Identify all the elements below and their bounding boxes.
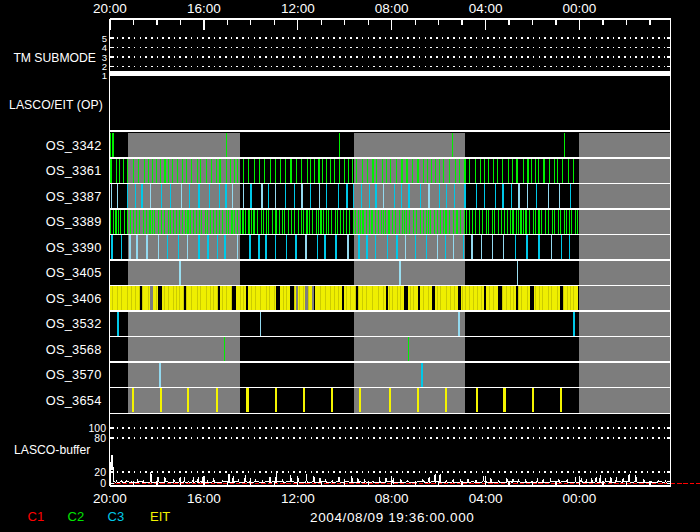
svg-text:04:00: 04:00 (469, 491, 503, 506)
svg-text:OS_3390: OS_3390 (46, 240, 102, 255)
svg-text:OS_3342: OS_3342 (46, 138, 102, 153)
svg-text:00:00: 00:00 (563, 491, 597, 506)
svg-text:04:00: 04:00 (469, 1, 503, 16)
svg-text:C3: C3 (108, 509, 125, 524)
svg-text:08:00: 08:00 (375, 1, 409, 16)
svg-text:OS_3405: OS_3405 (46, 265, 102, 280)
svg-text:OS_3387: OS_3387 (46, 189, 102, 204)
svg-text:LASCO/EIT (OP): LASCO/EIT (OP) (9, 98, 103, 112)
svg-text:20:00: 20:00 (93, 1, 127, 16)
svg-text:00:00: 00:00 (563, 1, 597, 16)
svg-text:C2: C2 (68, 509, 85, 524)
svg-text:OS_3654: OS_3654 (46, 393, 102, 408)
svg-text:OS_3389: OS_3389 (46, 214, 102, 229)
svg-text:OS_3361: OS_3361 (46, 163, 102, 178)
svg-text:16:00: 16:00 (187, 491, 221, 506)
svg-text:LASCO-buffer: LASCO-buffer (14, 443, 90, 457)
svg-text:TM SUBMODE: TM SUBMODE (13, 51, 96, 65)
svg-text:12:00: 12:00 (281, 1, 315, 16)
svg-text:OS_3570: OS_3570 (46, 367, 102, 382)
svg-text:C1: C1 (28, 509, 45, 524)
svg-text:EIT: EIT (150, 509, 170, 524)
svg-text:16:00: 16:00 (187, 1, 221, 16)
svg-text:80: 80 (94, 432, 106, 444)
svg-text:12:00: 12:00 (281, 491, 315, 506)
svg-text:OS_3406: OS_3406 (46, 291, 102, 306)
svg-text:OS_3568: OS_3568 (46, 342, 102, 357)
svg-text:20:00: 20:00 (93, 491, 127, 506)
svg-text:OS_3532: OS_3532 (46, 316, 102, 331)
svg-text:0: 0 (100, 477, 106, 489)
svg-text:2004/08/09 19:36:00.000: 2004/08/09 19:36:00.000 (310, 510, 474, 525)
svg-text:08:00: 08:00 (375, 491, 409, 506)
svg-text:1: 1 (102, 70, 107, 81)
